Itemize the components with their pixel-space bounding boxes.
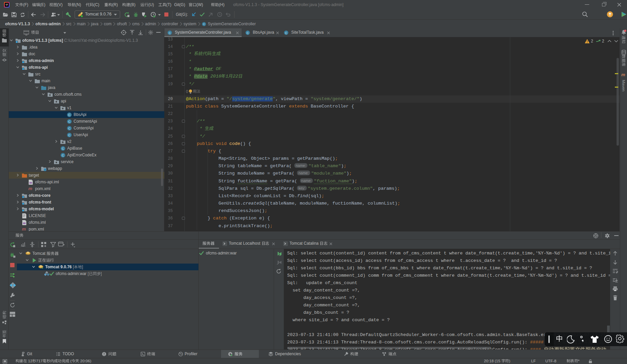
svg-text:C: C: [285, 31, 287, 35]
svg-text:C: C: [68, 120, 71, 123]
svg-text:C: C: [68, 127, 71, 130]
svg-text:C: C: [247, 31, 249, 35]
svg-text:C: C: [68, 113, 71, 117]
svg-text:C: C: [68, 133, 71, 137]
svg-text:C: C: [169, 31, 171, 35]
svg-text:C: C: [62, 147, 64, 150]
svg-text:C: C: [203, 23, 205, 26]
svg-text:C: C: [62, 154, 64, 157]
